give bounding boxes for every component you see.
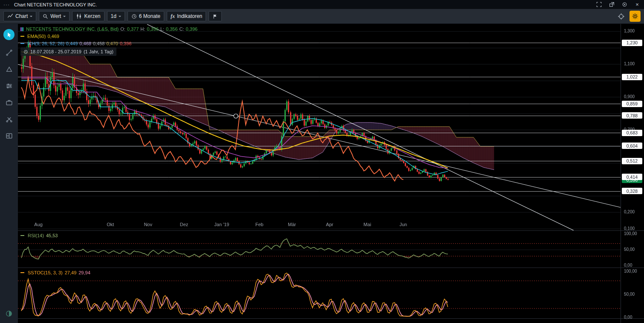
- low-value: 0,356: [166, 26, 178, 32]
- tool-indicator-settings[interactable]: [5, 81, 13, 90]
- record-icon[interactable]: [621, 1, 628, 8]
- ikh-swatch: [20, 43, 24, 44]
- tool-shapes[interactable]: [5, 65, 13, 73]
- low-label: L:: [160, 26, 164, 32]
- overflow-menu-icon[interactable]: ···: [3, 2, 10, 8]
- price-axis-overlay: 0,3961,2301,0220,8590,7880,6830,6040,512…: [621, 24, 644, 323]
- clock-icon: [131, 14, 137, 19]
- price-level-tag[interactable]: 1,230: [622, 40, 642, 46]
- price-level-tag[interactable]: 0,788: [622, 112, 642, 119]
- chevron-down-icon: [30, 16, 32, 18]
- sstoc-legend: SSTOC(15, 3, 3) 27,49 29,94: [20, 270, 90, 275]
- interval-label: 1d: [111, 13, 116, 19]
- price-level-tag[interactable]: 0,604: [622, 143, 642, 149]
- chart-type-label: Kerzen: [84, 13, 100, 19]
- price-level-tag[interactable]: 1,022: [622, 74, 642, 80]
- ikh-senkou-b-value: 0,470: [106, 40, 118, 47]
- trading-app-window: ··· Chart NETCENTS TECHNOLOGY INC. × Cha…: [0, 0, 644, 323]
- indicators-label: Indikatoren: [177, 13, 202, 19]
- line-chart-icon: [7, 13, 13, 19]
- chart-type-button[interactable]: Kerzen: [72, 11, 104, 21]
- ikh-kijun-value: 0,468: [79, 40, 91, 47]
- indicators-button[interactable]: fx Indikatoren: [167, 11, 206, 21]
- sstoc-k-value: 27,49: [65, 270, 77, 275]
- sliders-icon: [6, 82, 13, 90]
- sstoc-d-value: 29,94: [78, 270, 90, 275]
- interval-button[interactable]: 1d: [107, 11, 125, 21]
- tool-measure[interactable]: [5, 48, 13, 57]
- ema-swatch: [20, 36, 24, 37]
- price-level-tag[interactable]: 0,328: [622, 188, 642, 194]
- price-level-tag[interactable]: 0,512: [622, 158, 642, 164]
- chart-menu-button[interactable]: Chart: [3, 11, 36, 21]
- date-range-text: 18.07.2018 - 25.07.2019: [30, 48, 81, 55]
- tool-templates[interactable]: [5, 98, 13, 107]
- tool-layout[interactable]: [5, 131, 13, 140]
- cursor-icon: [6, 32, 12, 38]
- contrast-icon: [5, 310, 13, 317]
- layout-icon: [6, 132, 13, 140]
- period-text: (1 Jahr, 1 Tag): [84, 48, 113, 55]
- bookmark-button[interactable]: [209, 11, 222, 21]
- symbol-name[interactable]: NETCENTS TECHNOLOGY INC. (L&S, Bid): [26, 26, 119, 32]
- chart-menu-label: Chart: [15, 13, 28, 19]
- settings-gear-button[interactable]: [629, 11, 641, 22]
- chevron-down-icon: [63, 16, 66, 18]
- theme-toggle[interactable]: [5, 309, 13, 318]
- instrument-icon: [20, 27, 23, 31]
- ikh-tenkan-value: 0,449: [66, 40, 78, 47]
- high-label: H:: [140, 26, 145, 32]
- gear-icon: [632, 13, 638, 20]
- range-button[interactable]: 6 Monate: [128, 11, 164, 21]
- range-label: 6 Monate: [139, 13, 160, 19]
- clock-icon: [23, 49, 28, 54]
- tool-cut[interactable]: [5, 115, 13, 123]
- candlestick-icon: [76, 13, 82, 19]
- rsi-label[interactable]: RSI(14): [28, 233, 44, 238]
- popout-window-icon[interactable]: [608, 1, 615, 8]
- close-value: 0,396: [186, 26, 198, 32]
- sstoc-label[interactable]: SSTOC(15, 3, 3): [28, 270, 63, 275]
- price-level-tag[interactable]: 0,414: [622, 174, 642, 180]
- symbol-search-label: Wert: [50, 13, 61, 19]
- flag-icon: [212, 14, 218, 19]
- fx-icon: fx: [171, 13, 175, 20]
- triangle-shape-icon: [6, 66, 13, 73]
- titlebar: ··· Chart NETCENTS TECHNOLOGY INC. ×: [0, 0, 644, 9]
- crosshair-toggle-icon[interactable]: [617, 12, 625, 20]
- chevron-down-icon: [119, 16, 121, 18]
- price-level-tag[interactable]: 0,859: [622, 101, 642, 107]
- close-icon[interactable]: ×: [634, 1, 641, 8]
- rsi-swatch: [20, 235, 24, 236]
- open-label: O:: [120, 26, 125, 32]
- chart-canvas[interactable]: [18, 24, 644, 323]
- fullscreen-icon[interactable]: [595, 1, 602, 8]
- scissors-icon: [6, 116, 13, 123]
- rsi-legend: RSI(14) 45,53: [20, 233, 58, 238]
- rsi-value: 45,53: [46, 233, 58, 238]
- chart-legend: NETCENTS TECHNOLOGY INC. (L&S, Bid) O: 0…: [20, 26, 197, 56]
- open-value: 0,377: [127, 26, 139, 32]
- sstoc-swatch: [20, 272, 24, 273]
- window-title: Chart NETCENTS TECHNOLOGY INC.: [14, 2, 97, 7]
- high-value: 0,396: [147, 26, 159, 32]
- chart-toolbar: Chart Wert Kerzen 1d 6 Monate fx Indikat…: [0, 9, 644, 24]
- price-level-tag[interactable]: 0,683: [622, 130, 642, 136]
- date-range-chip[interactable]: 18.07.2018 - 25.07.2019 (1 Jahr, 1 Tag): [20, 47, 116, 56]
- ikh-senkou-a-value: 0,458: [93, 40, 105, 47]
- close-label: C:: [180, 26, 184, 32]
- tool-pointer-active[interactable]: [3, 29, 15, 40]
- ikh-chikou-value: 0,396: [120, 40, 132, 47]
- search-icon: [43, 14, 48, 19]
- ikh-label[interactable]: IKH(9, 26, 52, 26): [27, 40, 64, 47]
- symbol-search-button[interactable]: Wert: [39, 11, 70, 21]
- trendline-tool-icon: [6, 49, 13, 56]
- ema-label[interactable]: EMA(50): [27, 33, 46, 40]
- ema-value: 0,469: [47, 33, 59, 40]
- drawing-tools-sidebar: [0, 24, 18, 323]
- case-icon: [6, 99, 13, 106]
